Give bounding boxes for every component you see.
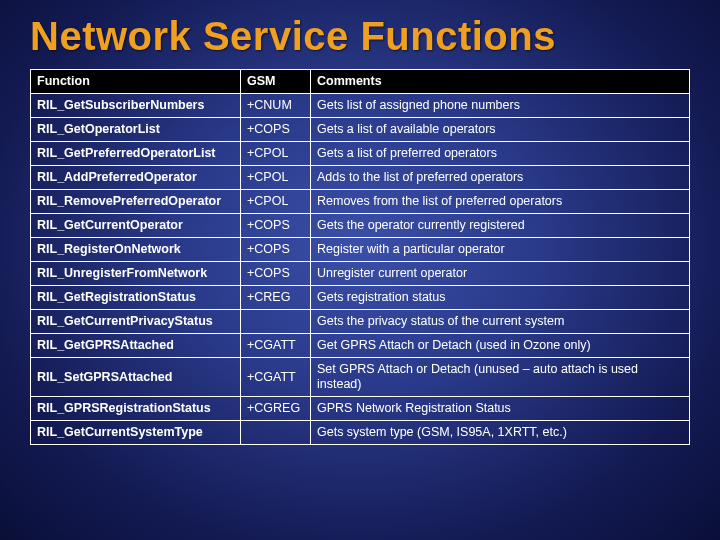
cell-function: RIL_AddPreferredOperator xyxy=(31,166,241,190)
cell-comment: Register with a particular operator xyxy=(311,238,690,262)
table-row: RIL_SetGPRSAttached +CGATT Set GPRS Atta… xyxy=(31,358,690,397)
cell-gsm: +CGATT xyxy=(241,358,311,397)
table-row: RIL_GetCurrentPrivacyStatus Gets the pri… xyxy=(31,310,690,334)
cell-function: RIL_RemovePreferredOperator xyxy=(31,190,241,214)
cell-gsm xyxy=(241,310,311,334)
cell-function: RIL_UnregisterFromNetwork xyxy=(31,262,241,286)
table-row: RIL_AddPreferredOperator +CPOL Adds to t… xyxy=(31,166,690,190)
functions-table: Function GSM Comments RIL_GetSubscriberN… xyxy=(30,69,690,445)
table-row: RIL_GetGPRSAttached +CGATT Get GPRS Atta… xyxy=(31,334,690,358)
cell-comment: Gets the operator currently registered xyxy=(311,214,690,238)
cell-function: RIL_GetPreferredOperatorList xyxy=(31,142,241,166)
cell-comment: Removes from the list of preferred opera… xyxy=(311,190,690,214)
cell-comment: Set GPRS Attach or Detach (unused – auto… xyxy=(311,358,690,397)
cell-function: RIL_RegisterOnNetwork xyxy=(31,238,241,262)
cell-gsm xyxy=(241,421,311,445)
cell-gsm: +CGATT xyxy=(241,334,311,358)
cell-function: RIL_GetCurrentSystemType xyxy=(31,421,241,445)
col-header-gsm: GSM xyxy=(241,70,311,94)
page-title: Network Service Functions xyxy=(30,14,690,59)
table-row: RIL_GetRegistrationStatus +CREG Gets reg… xyxy=(31,286,690,310)
cell-function: RIL_GetSubscriberNumbers xyxy=(31,94,241,118)
slide: Network Service Functions Function GSM C… xyxy=(0,0,720,540)
cell-gsm: +COPS xyxy=(241,214,311,238)
table-row: RIL_GPRSRegistrationStatus +CGREG GPRS N… xyxy=(31,397,690,421)
table-row: RIL_RemovePreferredOperator +CPOL Remove… xyxy=(31,190,690,214)
table-row: RIL_GetOperatorList +COPS Gets a list of… xyxy=(31,118,690,142)
cell-function: RIL_GetOperatorList xyxy=(31,118,241,142)
cell-comment: Gets list of assigned phone numbers xyxy=(311,94,690,118)
cell-function: RIL_GetCurrentOperator xyxy=(31,214,241,238)
cell-function: RIL_GPRSRegistrationStatus xyxy=(31,397,241,421)
cell-gsm: +COPS xyxy=(241,118,311,142)
cell-gsm: +CPOL xyxy=(241,166,311,190)
cell-function: RIL_GetGPRSAttached xyxy=(31,334,241,358)
cell-gsm: +CNUM xyxy=(241,94,311,118)
cell-comment: Gets a list of available operators xyxy=(311,118,690,142)
cell-gsm: +COPS xyxy=(241,238,311,262)
col-header-function: Function xyxy=(31,70,241,94)
cell-comment: Get GPRS Attach or Detach (used in Ozone… xyxy=(311,334,690,358)
cell-gsm: +CREG xyxy=(241,286,311,310)
cell-gsm: +CGREG xyxy=(241,397,311,421)
table-row: RIL_GetCurrentOperator +COPS Gets the op… xyxy=(31,214,690,238)
table-row: RIL_UnregisterFromNetwork +COPS Unregist… xyxy=(31,262,690,286)
cell-comment: Adds to the list of preferred operators xyxy=(311,166,690,190)
cell-comment: Gets registration status xyxy=(311,286,690,310)
table-row: RIL_GetCurrentSystemType Gets system typ… xyxy=(31,421,690,445)
cell-function: RIL_GetRegistrationStatus xyxy=(31,286,241,310)
cell-comment: Gets a list of preferred operators xyxy=(311,142,690,166)
cell-comment: Gets system type (GSM, IS95A, 1XRTT, etc… xyxy=(311,421,690,445)
cell-comment: GPRS Network Registration Status xyxy=(311,397,690,421)
cell-function: RIL_SetGPRSAttached xyxy=(31,358,241,397)
cell-function: RIL_GetCurrentPrivacyStatus xyxy=(31,310,241,334)
cell-gsm: +CPOL xyxy=(241,142,311,166)
table-row: RIL_GetSubscriberNumbers +CNUM Gets list… xyxy=(31,94,690,118)
table-header-row: Function GSM Comments xyxy=(31,70,690,94)
col-header-comments: Comments xyxy=(311,70,690,94)
cell-comment: Gets the privacy status of the current s… xyxy=(311,310,690,334)
table-row: RIL_RegisterOnNetwork +COPS Register wit… xyxy=(31,238,690,262)
cell-comment: Unregister current operator xyxy=(311,262,690,286)
cell-gsm: +COPS xyxy=(241,262,311,286)
cell-gsm: +CPOL xyxy=(241,190,311,214)
table-row: RIL_GetPreferredOperatorList +CPOL Gets … xyxy=(31,142,690,166)
